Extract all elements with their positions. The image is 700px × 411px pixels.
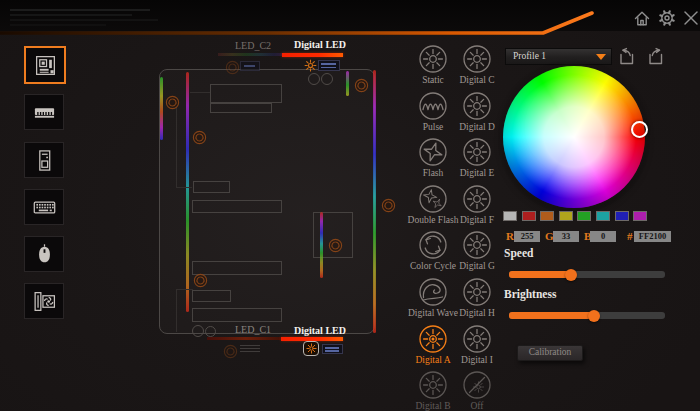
- speed-label: Speed: [504, 247, 533, 259]
- cooler-icon: [32, 289, 57, 314]
- zone-label-digital-led-top[interactable]: Digital LED: [290, 39, 350, 50]
- profile-dropdown-value: Profile 1: [513, 51, 546, 61]
- board-slot-outline: [210, 84, 282, 103]
- digital-led-top-connector-box: [318, 60, 340, 71]
- led-zone-badge[interactable]: [164, 94, 181, 111]
- color-swatch-6[interactable]: [615, 211, 629, 221]
- home-icon: [633, 9, 651, 27]
- rgb-strip: [160, 77, 163, 140]
- calibration-button[interactable]: Calibration: [517, 345, 583, 361]
- profile-export-icon: [646, 46, 665, 66]
- profile-import-button[interactable]: [617, 46, 636, 66]
- board-slot-outline: [192, 200, 282, 213]
- board-slot-outline: [192, 308, 282, 322]
- board-trace: [176, 289, 193, 290]
- chevron-down-icon: [596, 54, 606, 60]
- digital-led-bottom-connector-box: [322, 344, 343, 354]
- color-swatch-5[interactable]: [596, 211, 610, 221]
- board-trace: [190, 92, 210, 93]
- board-circle: [321, 73, 333, 85]
- keyboard-icon: [32, 195, 57, 220]
- speed-slider-fill: [509, 271, 571, 278]
- led-swirl-icon: [327, 237, 344, 254]
- led-swirl-icon: [380, 197, 397, 214]
- speed-slider[interactable]: [509, 271, 665, 278]
- board-trace: [176, 289, 177, 332]
- color-wheel[interactable]: [503, 66, 645, 208]
- color-swatch-3[interactable]: [559, 211, 573, 221]
- brightness-slider-fill: [509, 312, 595, 319]
- sidebar-item-mouse[interactable]: [24, 236, 64, 272]
- brightness-slider-knob[interactable]: [588, 310, 600, 322]
- digital-sun-icon: [304, 59, 317, 72]
- off-icon: [462, 370, 492, 400]
- zone-label-digital-led-bottom[interactable]: Digital LED: [290, 325, 350, 336]
- zone-label-led-c2[interactable]: LED_C2: [223, 40, 283, 51]
- b-value-field[interactable]: 0: [590, 231, 616, 242]
- led-c2-connector-icon: [224, 59, 241, 76]
- rgb-strip: [373, 70, 376, 333]
- brightness-slider[interactable]: [509, 312, 665, 319]
- settings-button[interactable]: [658, 9, 676, 27]
- board-slot-outline: [192, 290, 231, 302]
- mode-digital-c[interactable]: Digital C: [440, 44, 514, 86]
- led-zone-badge[interactable]: [327, 237, 344, 254]
- board-circle: [308, 73, 320, 85]
- led-zone-badge[interactable]: [192, 272, 209, 289]
- led-c1-connector-icon: [222, 343, 239, 360]
- led-c2-underline: [218, 53, 288, 56]
- close-button[interactable]: [682, 9, 700, 27]
- led-swirl-icon: [222, 343, 239, 360]
- pc-case-icon: [32, 148, 57, 173]
- digital-led-bottom-icon: [303, 341, 319, 356]
- digital-led-top-underline: [282, 53, 343, 57]
- sidebar-item-keyboard[interactable]: [24, 189, 64, 225]
- hex-value-field[interactable]: FF2100: [634, 231, 671, 242]
- color-swatch-7[interactable]: [633, 211, 647, 221]
- led-swirl-icon: [224, 59, 241, 76]
- r-label: R: [506, 230, 514, 242]
- zone-label-led-c1[interactable]: LED_C1: [223, 324, 283, 335]
- led-zone-badge[interactable]: [191, 129, 208, 146]
- r-value-field[interactable]: 255: [514, 231, 540, 242]
- mode-digital-g[interactable]: Digital G: [440, 230, 514, 272]
- profile-dropdown[interactable]: Profile 1: [505, 48, 612, 65]
- g-value-field[interactable]: 33: [553, 231, 579, 242]
- settings-icon: [658, 9, 676, 27]
- led-zone-badge[interactable]: [380, 197, 397, 214]
- mode-digital-i[interactable]: Digital I: [440, 324, 514, 366]
- color-swatch-2[interactable]: [540, 211, 554, 221]
- board-slot-outline: [210, 103, 272, 113]
- color-swatch-4[interactable]: [577, 211, 591, 221]
- mode-digital-h[interactable]: Digital H: [440, 277, 514, 319]
- close-icon: [682, 9, 700, 27]
- digital-sun-icon: [306, 343, 317, 354]
- sun-icon: [462, 324, 492, 354]
- led-zone-badge[interactable]: [353, 77, 370, 94]
- board-slot-outline: [193, 181, 230, 193]
- led-swirl-icon: [164, 94, 181, 111]
- led-c2-connector-box: [240, 61, 260, 71]
- hex-label: #: [627, 230, 633, 242]
- sun-icon: [462, 230, 492, 260]
- rgb-fusion-app: LED_C2 Digital LED LED_C1 Digital LED St…: [0, 0, 700, 411]
- accent-swoosh: [0, 0, 700, 42]
- sidebar-item-motherboard[interactable]: [24, 46, 66, 84]
- sidebar-item-pc-case[interactable]: [24, 142, 64, 178]
- sun-icon: [462, 91, 492, 121]
- profile-import-icon: [617, 46, 636, 66]
- speed-slider-knob[interactable]: [565, 269, 577, 281]
- digital-led-top-icon: [304, 59, 317, 72]
- profile-export-button[interactable]: [646, 46, 665, 66]
- sidebar-item-cooler[interactable]: [24, 283, 64, 319]
- led-swirl-icon: [191, 129, 208, 146]
- led-swirl-icon: [353, 77, 370, 94]
- board-trace: [176, 187, 192, 188]
- sun-icon: [462, 277, 492, 307]
- color-swatch-0[interactable]: [503, 211, 517, 221]
- sidebar-item-ram[interactable]: [24, 94, 64, 130]
- home-button[interactable]: [633, 9, 651, 27]
- color-wheel-cursor[interactable]: [631, 121, 648, 138]
- color-swatch-1[interactable]: [522, 211, 536, 221]
- mode-off[interactable]: Off: [440, 370, 514, 411]
